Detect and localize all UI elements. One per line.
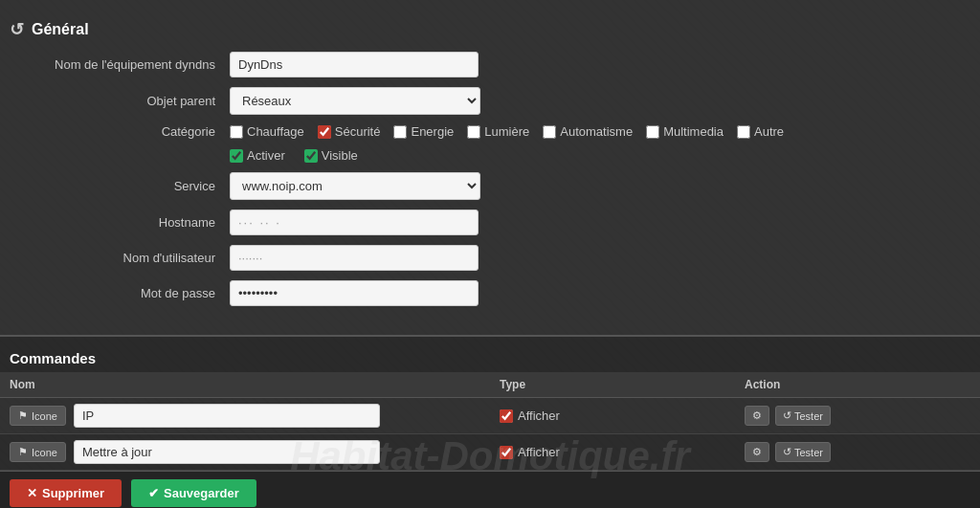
row1-afficher-checkbox[interactable]	[500, 409, 513, 423]
categorie-label: Catégorie	[19, 124, 230, 139]
cat-multimedia-checkbox[interactable]	[646, 125, 659, 139]
row2-afficher-checkbox[interactable]	[500, 446, 513, 459]
mot-de-passe-input[interactable]	[230, 280, 479, 306]
activer-item[interactable]: Activer	[230, 148, 285, 163]
row1-icone-button[interactable]: ⚑ Icone	[10, 406, 66, 426]
row1-input[interactable]	[74, 404, 380, 428]
hostname-label: Hostname	[19, 215, 230, 230]
section-general-title: ↺ Général	[0, 14, 980, 52]
config-icon: ⚙	[752, 409, 762, 422]
activer-visible-group: Activer Visible	[230, 148, 358, 163]
cat-automatisme[interactable]: Automatisme	[543, 124, 633, 139]
config-icon: ⚙	[752, 446, 762, 458]
utilisateur-label: Nom d'utilisateur	[19, 251, 230, 265]
row2-icone-button[interactable]: ⚑ Icone	[10, 442, 66, 462]
col-nom: Nom	[0, 372, 490, 398]
section-commandes-title: Commandes	[0, 346, 980, 372]
categorie-row: Catégorie Chauffage Sécurité Energie Lum…	[0, 124, 980, 139]
utilisateur-input[interactable]	[230, 245, 479, 271]
supprimer-button[interactable]: ✕ Supprimer	[10, 479, 122, 507]
table-row: ⚑ Icone Afficher ⚙	[0, 434, 980, 471]
visible-checkbox[interactable]	[304, 149, 318, 163]
row2-actions: ⚙ ↺ Tester	[745, 442, 970, 462]
cat-energie-checkbox[interactable]	[393, 125, 407, 139]
visible-item[interactable]: Visible	[304, 148, 358, 163]
commands-table: Nom Type Action ⚑ Icone	[0, 372, 980, 471]
row2-nom-cell: ⚑ Icone	[0, 434, 490, 471]
nom-row: Nom de l'équipement dyndns	[0, 52, 980, 77]
row2-input[interactable]	[74, 440, 380, 464]
categorie-checkboxes: Chauffage Sécurité Energie Lumière Autom…	[230, 124, 784, 139]
flag-icon: ⚑	[18, 409, 28, 422]
cat-energie[interactable]: Energie	[393, 124, 454, 139]
utilisateur-row: Nom d'utilisateur	[0, 245, 980, 271]
cat-securite-checkbox[interactable]	[318, 125, 331, 139]
flag-icon: ⚑	[18, 446, 28, 458]
sauvegarder-icon: ✔	[148, 486, 159, 500]
footer-bar: ✕ Supprimer ✔ Sauvegarder	[0, 471, 980, 508]
row2-type-cell: Afficher	[490, 434, 735, 471]
cat-autre[interactable]: Autre	[737, 124, 784, 139]
cat-chauffage-checkbox[interactable]	[230, 125, 243, 139]
activer-checkbox[interactable]	[230, 149, 243, 163]
objet-parent-select[interactable]: Réseaux	[230, 87, 480, 115]
row1-actions: ⚙ ↺ Tester	[745, 406, 970, 426]
cat-securite[interactable]: Sécurité	[318, 124, 381, 139]
cat-autre-checkbox[interactable]	[737, 125, 750, 139]
row1-afficher[interactable]: Afficher	[500, 409, 725, 423]
row2-action-cell: ⚙ ↺ Tester	[735, 434, 980, 471]
hostname-row: Hostname	[0, 210, 980, 235]
cat-chauffage[interactable]: Chauffage	[230, 124, 304, 139]
col-type: Type	[490, 372, 735, 398]
nom-input[interactable]	[230, 52, 479, 77]
objet-parent-label: Objet parent	[19, 94, 230, 108]
mot-de-passe-label: Mot de passe	[19, 286, 230, 300]
mot-de-passe-row: Mot de passe	[0, 280, 980, 306]
service-select[interactable]: www.noip.com	[230, 172, 480, 200]
tester-icon: ↺	[783, 446, 791, 458]
service-row: Service www.noip.com	[0, 172, 980, 200]
back-icon[interactable]: ↺	[10, 19, 24, 40]
row1-type-cell: Afficher	[490, 398, 735, 434]
row1-action-cell: ⚙ ↺ Tester	[735, 398, 980, 434]
row2-tester-button[interactable]: ↺ Tester	[775, 442, 831, 462]
section-general: ↺ Général Nom de l'équipement dyndns Obj…	[0, 0, 980, 335]
section-commandes: Commandes Nom Type Action ⚑ Icone	[0, 335, 980, 471]
objet-parent-row: Objet parent Réseaux	[0, 87, 980, 115]
supprimer-icon: ✕	[27, 486, 37, 500]
row1-tester-button[interactable]: ↺ Tester	[775, 406, 831, 426]
activer-visible-row: Activer Visible	[0, 148, 980, 163]
service-label: Service	[19, 179, 230, 193]
tester-icon: ↺	[783, 409, 791, 422]
cat-lumiere[interactable]: Lumière	[467, 124, 529, 139]
cat-lumiere-checkbox[interactable]	[467, 125, 480, 139]
nom-label: Nom de l'équipement dyndns	[19, 57, 230, 72]
cat-automatisme-checkbox[interactable]	[543, 125, 556, 139]
cat-multimedia[interactable]: Multimedia	[646, 124, 724, 139]
row1-nom-cell: ⚑ Icone	[0, 398, 490, 434]
table-row: ⚑ Icone Afficher ⚙	[0, 398, 980, 434]
row1-config-button[interactable]: ⚙	[745, 406, 769, 426]
sauvegarder-button[interactable]: ✔ Sauvegarder	[131, 479, 256, 507]
col-action: Action	[735, 372, 980, 398]
hostname-input[interactable]	[230, 210, 479, 235]
row2-config-button[interactable]: ⚙	[745, 442, 769, 462]
row2-afficher[interactable]: Afficher	[500, 445, 725, 459]
